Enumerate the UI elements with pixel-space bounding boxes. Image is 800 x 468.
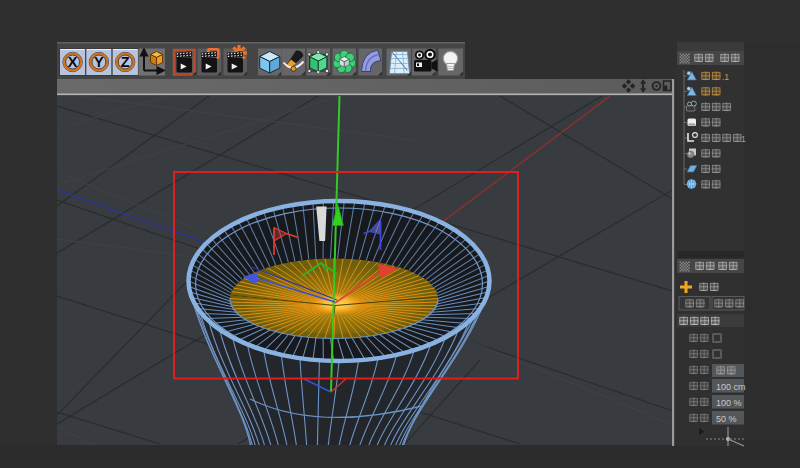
svg-text:Z: Z — [121, 54, 130, 70]
svg-text:100 cm: 100 cm — [716, 382, 746, 392]
svg-text:50 %: 50 % — [716, 414, 737, 424]
svg-text:Y: Y — [94, 54, 104, 70]
svg-text:100 %: 100 % — [716, 398, 742, 408]
svg-text:.1: .1 — [722, 72, 729, 82]
svg-text:1: 1 — [741, 134, 746, 144]
svg-text:X: X — [68, 54, 78, 70]
